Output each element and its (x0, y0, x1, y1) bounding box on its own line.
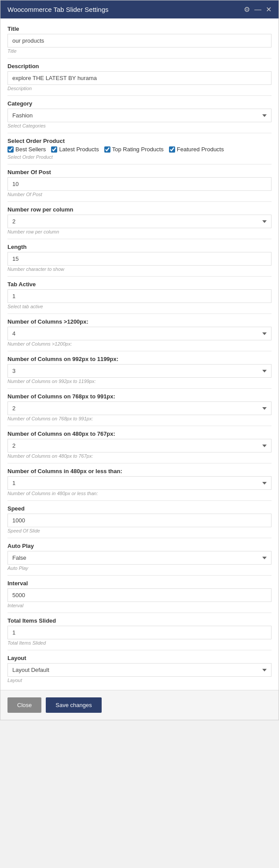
window-controls: ⚙ — ✕ (244, 6, 272, 13)
number-row-per-column-hint: Number row per column (7, 229, 272, 234)
latest-products-checkbox-item: Latest Products (51, 146, 99, 153)
number-of-post-input[interactable] (7, 177, 272, 191)
layout-select[interactable]: Layout Default Layout 1 Layout 2 (7, 663, 272, 677)
close-icon[interactable]: ✕ (266, 6, 272, 13)
featured-products-checkbox-item: Featured Products (169, 146, 224, 153)
columns-480-767-field-group: Number of Columns on 480px to 767px: 1 2… (7, 430, 272, 459)
layout-field-group: Layout Layout Default Layout 1 Layout 2 … (7, 655, 272, 683)
description-hint: Description (7, 86, 272, 91)
columns-768-991-field-group: Number of Columns on 768px to 991px: 1 2… (7, 393, 272, 421)
top-rating-checkbox-item: Top Rating Products (104, 146, 164, 153)
columns-480-less-field-group: Number of Columns in 480px or less than:… (7, 468, 272, 496)
description-label: Description (7, 63, 272, 69)
description-input[interactable] (7, 71, 272, 85)
top-rating-checkbox[interactable] (104, 146, 110, 153)
best-sellers-checkbox[interactable] (7, 146, 14, 153)
length-field-group: Length Number character to show (7, 244, 272, 272)
interval-hint: Interval (7, 603, 272, 608)
columns-1200-hint: Number of Columns >1200px: (7, 341, 272, 346)
columns-480-767-label: Number of Columns on 480px to 767px: (7, 430, 272, 437)
columns-480-less-hint: Number of Columns in 480px or less than: (7, 491, 272, 496)
number-row-per-column-label: Number row per column (7, 206, 272, 213)
auto-play-field-group: Auto Play False True Auto Play (7, 543, 272, 571)
settings-content: Title Title Description Description Cate… (0, 18, 279, 683)
columns-480-767-select[interactable]: 1 2 3 4 5 6 (7, 439, 272, 452)
tab-active-label: Tab Active (7, 281, 272, 288)
latest-products-checkbox[interactable] (51, 146, 57, 153)
interval-field-group: Interval Interval (7, 580, 272, 608)
category-select[interactable]: Fashion All Uncategorized (7, 109, 272, 122)
minimize-icon[interactable]: — (254, 6, 261, 13)
title-label: Title (7, 26, 272, 32)
number-of-post-field-group: Number Of Post Number Of Post (7, 169, 272, 197)
tab-active-input[interactable] (7, 289, 272, 303)
speed-input[interactable] (7, 514, 272, 527)
columns-768-991-select[interactable]: 1 2 3 4 5 6 (7, 401, 272, 415)
gear-icon[interactable]: ⚙ (244, 6, 250, 13)
window-title: Woocommerce Tab Slider Settings (7, 6, 109, 13)
title-field-group: Title Title (7, 26, 272, 54)
featured-products-label: Featured Products (177, 146, 224, 153)
settings-window: Woocommerce Tab Slider Settings ⚙ — ✕ Ti… (0, 0, 279, 720)
select-order-field-group: Select Order Product Best Sellers Latest… (7, 138, 272, 160)
checkbox-row: Best Sellers Latest Products Top Rating … (7, 146, 272, 153)
columns-768-991-hint: Number of Columns on 768px to 991px: (7, 416, 272, 421)
speed-label: Speed (7, 505, 272, 512)
total-items-input[interactable] (7, 626, 272, 639)
select-order-hint: Select Order Product (7, 154, 272, 160)
columns-992-1199-hint: Number of Columns on 992px to 1199px: (7, 379, 272, 384)
top-rating-label: Top Rating Products (112, 146, 164, 153)
featured-products-checkbox[interactable] (169, 146, 175, 153)
columns-992-1199-select[interactable]: 1 2 3 4 5 6 (7, 364, 272, 378)
number-row-per-column-field-group: Number row per column 1 2 3 4 Number row… (7, 206, 272, 234)
total-items-hint: Total Items Slided (7, 640, 272, 646)
columns-992-1199-field-group: Number of Columns on 992px to 1199px: 1 … (7, 356, 272, 384)
layout-label: Layout (7, 655, 272, 661)
auto-play-hint: Auto Play (7, 565, 272, 571)
titlebar: Woocommerce Tab Slider Settings ⚙ — ✕ (0, 0, 279, 18)
length-input[interactable] (7, 252, 272, 266)
category-label: Category (7, 100, 272, 107)
tab-active-field-group: Tab Active Select tab active (7, 281, 272, 309)
best-sellers-label: Best Sellers (15, 146, 46, 153)
title-input[interactable] (7, 34, 272, 47)
length-hint: Number character to show (7, 266, 272, 272)
category-field-group: Category Fashion All Uncategorized Selec… (7, 100, 272, 128)
save-button[interactable]: Save changes (46, 697, 101, 713)
auto-play-label: Auto Play (7, 543, 272, 549)
speed-field-group: Speed Speed Of Slide (7, 505, 272, 533)
footer: Close Save changes (0, 690, 279, 720)
description-field-group: Description Description (7, 63, 272, 91)
best-sellers-checkbox-item: Best Sellers (7, 146, 46, 153)
columns-1200-label: Number of Columns >1200px: (7, 318, 272, 325)
number-of-post-hint: Number Of Post (7, 192, 272, 197)
columns-480-less-label: Number of Columns in 480px or less than: (7, 468, 272, 474)
interval-input[interactable] (7, 588, 272, 602)
latest-products-label: Latest Products (59, 146, 99, 153)
auto-play-select[interactable]: False True (7, 551, 272, 565)
number-row-per-column-select[interactable]: 1 2 3 4 (7, 215, 272, 228)
number-of-post-label: Number Of Post (7, 169, 272, 175)
close-button[interactable]: Close (7, 697, 41, 713)
layout-hint: Layout (7, 678, 272, 683)
select-order-label: Select Order Product (7, 138, 272, 144)
columns-1200-select[interactable]: 1 2 3 4 5 6 (7, 327, 272, 340)
title-hint: Title (7, 48, 272, 54)
total-items-field-group: Total Items Slided Total Items Slided (7, 617, 272, 646)
category-hint: Select Categories (7, 123, 272, 128)
columns-992-1199-label: Number of Columns on 992px to 1199px: (7, 356, 272, 362)
columns-480-767-hint: Number of Columns on 480px to 767px: (7, 453, 272, 459)
columns-768-991-label: Number of Columns on 768px to 991px: (7, 393, 272, 400)
columns-480-less-select[interactable]: 1 2 3 4 (7, 476, 272, 490)
tab-active-hint: Select tab active (7, 304, 272, 309)
interval-label: Interval (7, 580, 272, 587)
speed-hint: Speed Of Slide (7, 528, 272, 533)
columns-1200-field-group: Number of Columns >1200px: 1 2 3 4 5 6 N… (7, 318, 272, 346)
length-label: Length (7, 244, 272, 250)
total-items-label: Total Items Slided (7, 617, 272, 624)
